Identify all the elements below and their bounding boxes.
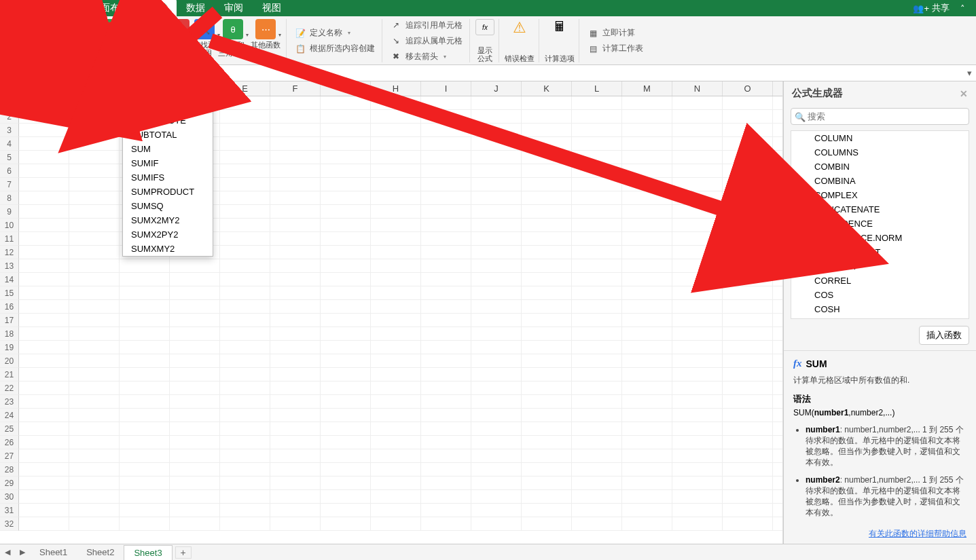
cell[interactable] bbox=[120, 409, 170, 422]
row-header[interactable]: 26 bbox=[0, 436, 19, 449]
cell[interactable] bbox=[19, 300, 69, 314]
cell[interactable] bbox=[270, 273, 321, 286]
cell[interactable] bbox=[471, 96, 522, 110]
column-header-B[interactable]: B bbox=[69, 81, 120, 96]
cell[interactable] bbox=[321, 286, 371, 300]
cell[interactable] bbox=[622, 477, 672, 490]
cell[interactable] bbox=[672, 273, 723, 286]
row-header[interactable]: 14 bbox=[0, 273, 19, 286]
cell[interactable] bbox=[321, 490, 371, 504]
cell[interactable] bbox=[622, 205, 672, 219]
cell[interactable] bbox=[270, 246, 321, 259]
cell[interactable] bbox=[672, 504, 723, 517]
row-header[interactable]: 24 bbox=[0, 409, 19, 422]
cell[interactable] bbox=[421, 124, 471, 137]
cell[interactable] bbox=[723, 137, 773, 151]
row-header[interactable]: 17 bbox=[0, 314, 19, 327]
cell[interactable] bbox=[421, 205, 471, 219]
cell[interactable] bbox=[69, 354, 120, 368]
cell[interactable] bbox=[321, 178, 371, 191]
cell[interactable] bbox=[522, 422, 572, 436]
cell[interactable] bbox=[471, 490, 522, 504]
column-header-F[interactable]: F bbox=[270, 81, 321, 96]
cell[interactable] bbox=[672, 286, 723, 300]
cell[interactable] bbox=[572, 246, 622, 259]
row-header[interactable]: 18 bbox=[0, 327, 19, 341]
cell[interactable] bbox=[471, 178, 522, 191]
row-header[interactable]: 23 bbox=[0, 395, 19, 409]
cell[interactable] bbox=[622, 232, 672, 246]
row-header[interactable]: 3 bbox=[0, 124, 19, 137]
ribbon-text[interactable]: A▾文本 bbox=[145, 19, 165, 49]
cell[interactable] bbox=[622, 381, 672, 395]
cell[interactable] bbox=[19, 246, 69, 259]
cell[interactable] bbox=[622, 341, 672, 354]
cell[interactable] bbox=[321, 477, 371, 490]
cell[interactable] bbox=[522, 246, 572, 259]
cell[interactable] bbox=[19, 327, 69, 341]
cell[interactable] bbox=[622, 164, 672, 178]
cell[interactable] bbox=[522, 205, 572, 219]
cell[interactable] bbox=[622, 327, 672, 341]
trace-dependents-button[interactable]: ↘追踪从属单元格 bbox=[388, 34, 465, 48]
cell[interactable] bbox=[572, 314, 622, 327]
cell[interactable] bbox=[170, 449, 220, 463]
cancel-formula-icon[interactable]: ✕ bbox=[65, 67, 77, 79]
cell[interactable] bbox=[672, 517, 723, 531]
cell[interactable] bbox=[371, 219, 421, 232]
cell[interactable] bbox=[69, 381, 120, 395]
function-list-item[interactable]: CORREL bbox=[791, 274, 969, 288]
cell[interactable] bbox=[220, 517, 270, 531]
fx-icon[interactable]: fx bbox=[98, 67, 110, 79]
cell[interactable] bbox=[170, 259, 220, 273]
cell[interactable] bbox=[321, 300, 371, 314]
cell[interactable] bbox=[522, 191, 572, 205]
cell[interactable] bbox=[220, 436, 270, 449]
cell[interactable] bbox=[321, 341, 371, 354]
cell[interactable] bbox=[572, 477, 622, 490]
cell[interactable] bbox=[19, 205, 69, 219]
cell[interactable] bbox=[19, 191, 69, 205]
cell[interactable] bbox=[120, 381, 170, 395]
autocomplete-item-selected[interactable]: SUM bbox=[123, 82, 213, 96]
cell[interactable] bbox=[371, 151, 421, 164]
cell[interactable] bbox=[622, 219, 672, 232]
cell[interactable] bbox=[19, 314, 69, 327]
cell[interactable] bbox=[572, 232, 622, 246]
cell[interactable] bbox=[522, 259, 572, 273]
ribbon-calc-options[interactable]: 🖩 计算选项 bbox=[541, 19, 579, 62]
cell[interactable] bbox=[421, 314, 471, 327]
remove-arrows-button[interactable]: ✖移去箭头▾ bbox=[388, 50, 465, 64]
ribbon-error-check[interactable]: ⚠ 错误检查 bbox=[501, 19, 539, 62]
cell[interactable] bbox=[471, 368, 522, 381]
column-header-J[interactable]: J bbox=[471, 81, 522, 96]
cell[interactable] bbox=[622, 395, 672, 409]
cell[interactable] bbox=[672, 341, 723, 354]
cell[interactable] bbox=[321, 137, 371, 151]
cell[interactable] bbox=[321, 259, 371, 273]
cell[interactable] bbox=[471, 504, 522, 517]
cell[interactable] bbox=[19, 96, 69, 110]
cell[interactable] bbox=[69, 273, 120, 286]
cell[interactable] bbox=[421, 96, 471, 110]
cell[interactable] bbox=[723, 273, 773, 286]
cell[interactable] bbox=[270, 259, 321, 273]
cell[interactable] bbox=[371, 381, 421, 395]
cell[interactable] bbox=[270, 96, 321, 110]
cell[interactable] bbox=[572, 151, 622, 164]
cell[interactable] bbox=[522, 449, 572, 463]
cell[interactable] bbox=[220, 477, 270, 490]
cell[interactable] bbox=[220, 151, 270, 164]
autocomplete-item[interactable]: SUMXMY2 bbox=[123, 242, 213, 256]
cell[interactable] bbox=[371, 232, 421, 246]
cell[interactable] bbox=[19, 463, 69, 477]
cell[interactable] bbox=[220, 449, 270, 463]
cell[interactable] bbox=[69, 449, 120, 463]
cell[interactable] bbox=[170, 436, 220, 449]
cell[interactable] bbox=[572, 354, 622, 368]
row-header[interactable]: 29 bbox=[0, 477, 19, 490]
cell[interactable] bbox=[69, 137, 120, 151]
ribbon-financial[interactable]: 圓▾财务 bbox=[98, 19, 119, 49]
cell[interactable] bbox=[421, 219, 471, 232]
function-list-item[interactable]: COMPLEX bbox=[791, 188, 969, 202]
